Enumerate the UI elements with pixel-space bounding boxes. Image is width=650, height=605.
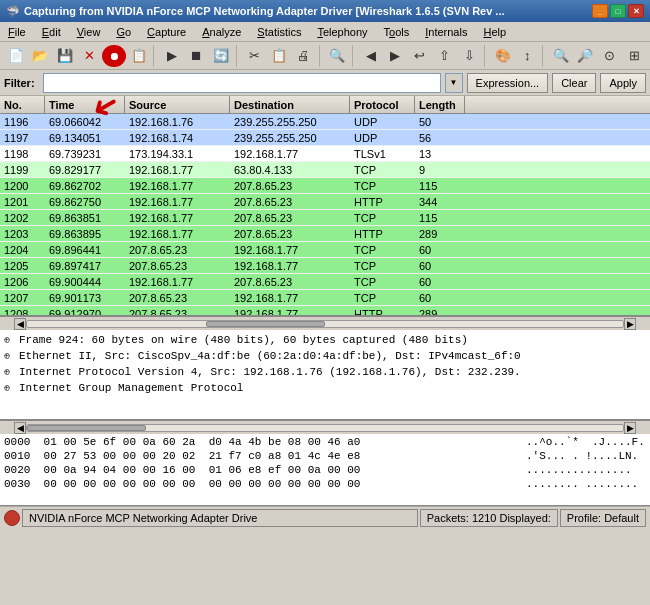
- tb-autoscroll-btn[interactable]: ↕: [515, 45, 539, 67]
- clear-button[interactable]: Clear: [552, 73, 596, 93]
- tb-new-btn[interactable]: 📄: [4, 45, 28, 67]
- tb-zoom-normal-btn[interactable]: ⊙: [598, 45, 622, 67]
- col-header-no[interactable]: No.: [0, 96, 45, 113]
- hex-row: 0000 01 00 5e 6f 00 0a 60 2a d0 4a 4b be…: [4, 436, 646, 450]
- scroll-right-btn[interactable]: ▶: [624, 318, 636, 330]
- table-row[interactable]: 119769.134051192.168.1.74239.255.255.250…: [0, 130, 650, 146]
- horizontal-scrollbar[interactable]: ◀ ▶: [0, 316, 650, 330]
- tb-open-btn[interactable]: 📂: [29, 45, 53, 67]
- detail-panel: ⊕Frame 924: 60 bytes on wire (480 bits),…: [0, 330, 650, 420]
- scroll-thumb-2[interactable]: [27, 425, 146, 431]
- detail-text: Internet Group Management Protocol: [19, 382, 243, 394]
- scroll-right-btn-2[interactable]: ▶: [624, 422, 636, 434]
- hex-offset: 0020: [4, 464, 44, 478]
- menu-bar: File Edit View Go Capture Analyze Statis…: [0, 22, 650, 42]
- title-icon: 🦈: [6, 5, 20, 18]
- table-row[interactable]: 119869.739231173.194.33.1192.168.1.77TLS…: [0, 146, 650, 162]
- table-row[interactable]: 119669.066042192.168.1.76239.255.255.250…: [0, 114, 650, 130]
- table-row[interactable]: 120069.862702192.168.1.77207.8.65.23TCP1…: [0, 178, 650, 194]
- filter-input[interactable]: [43, 73, 441, 93]
- menu-go[interactable]: Go: [108, 24, 139, 40]
- col-header-protocol[interactable]: Protocol: [350, 96, 415, 113]
- apply-button[interactable]: Apply: [600, 73, 646, 93]
- table-row[interactable]: 120469.896441207.8.65.23192.168.1.77TCP6…: [0, 242, 650, 258]
- detail-row[interactable]: ⊕Ethernet II, Src: CiscoSpv_4a:df:be (60…: [4, 348, 646, 364]
- tb-print-btn[interactable]: 🖨: [292, 45, 316, 67]
- tb-resize-cols-btn[interactable]: ⊞: [623, 45, 647, 67]
- filter-dropdown[interactable]: ▼: [445, 73, 463, 93]
- hex-ascii: ........ ........: [526, 478, 646, 492]
- tb-start-btn[interactable]: ▶: [160, 45, 184, 67]
- tb-stop-btn[interactable]: ⏹: [185, 45, 209, 67]
- detail-row[interactable]: ⊕Internet Protocol Version 4, Src: 192.1…: [4, 364, 646, 380]
- scroll-track-2[interactable]: [26, 424, 624, 432]
- capture-indicator: [4, 510, 20, 526]
- menu-tools[interactable]: Tools: [376, 24, 418, 40]
- tb-zoom-in-btn[interactable]: 🔍: [549, 45, 573, 67]
- hex-bytes: 00 00 00 00 00 00 00 00 00 00 00 00 00 0…: [44, 478, 526, 492]
- tb-reload-btn[interactable]: ⏺: [102, 45, 126, 67]
- expression-button[interactable]: Expression...: [467, 73, 549, 93]
- hex-bytes: 01 00 5e 6f 00 0a 60 2a d0 4a 4b be 08 0…: [44, 436, 526, 450]
- maximize-button[interactable]: □: [610, 4, 626, 18]
- table-row[interactable]: 119969.829177192.168.1.7763.80.4.133TCP9: [0, 162, 650, 178]
- hex-row: 0030 00 00 00 00 00 00 00 00 00 00 00 00…: [4, 478, 646, 492]
- menu-view[interactable]: View: [69, 24, 109, 40]
- status-packets-text: Packets: 1210 Displayed:: [427, 512, 551, 524]
- status-profile: Profile: Default: [560, 509, 646, 527]
- col-header-length[interactable]: Length: [415, 96, 465, 113]
- table-row[interactable]: 120269.863851192.168.1.77207.8.65.23TCP1…: [0, 210, 650, 226]
- status-packets: Packets: 1210 Displayed:: [420, 509, 558, 527]
- close-button[interactable]: ✕: [628, 4, 644, 18]
- menu-internals[interactable]: Internals: [417, 24, 475, 40]
- menu-telephony[interactable]: Telephony: [309, 24, 375, 40]
- menu-capture[interactable]: Capture: [139, 24, 194, 40]
- title-bar: 🦈 Capturing from NVIDIA nForce MCP Netwo…: [0, 0, 650, 22]
- tb-forward-btn[interactable]: ▶: [384, 45, 408, 67]
- table-row[interactable]: 120769.901173207.8.65.23192.168.1.77TCP6…: [0, 290, 650, 306]
- table-row[interactable]: 120169.862750192.168.1.77207.8.65.23HTTP…: [0, 194, 650, 210]
- table-row[interactable]: 120569.897417207.8.65.23192.168.1.77TCP6…: [0, 258, 650, 274]
- tb-goto-btn[interactable]: ↩: [408, 45, 432, 67]
- tb-close-btn[interactable]: ✕: [78, 45, 102, 67]
- minimize-button[interactable]: _: [592, 4, 608, 18]
- tb-save-btn[interactable]: 💾: [53, 45, 77, 67]
- hex-offset: 0010: [4, 450, 44, 464]
- detail-row[interactable]: ⊕Internet Group Management Protocol: [4, 380, 646, 396]
- scroll-left-btn-2[interactable]: ◀: [14, 422, 26, 434]
- col-header-time[interactable]: Time: [45, 96, 125, 113]
- packet-list-header: No. Time Source Destination Protocol Len…: [0, 96, 650, 114]
- menu-analyze[interactable]: Analyze: [194, 24, 249, 40]
- hex-ascii: ..^o..`* .J....F.: [526, 436, 646, 450]
- tb-restart-btn[interactable]: 🔄: [209, 45, 233, 67]
- status-interface-text: NVIDIA nForce MCP Networking Adapter Dri…: [29, 512, 257, 524]
- table-row[interactable]: 120369.863895192.168.1.77207.8.65.23HTTP…: [0, 226, 650, 242]
- col-header-source[interactable]: Source: [125, 96, 230, 113]
- detail-text: Frame 924: 60 bytes on wire (480 bits), …: [19, 334, 468, 346]
- tb-options-btn[interactable]: 📋: [127, 45, 151, 67]
- scroll-track[interactable]: [26, 320, 624, 328]
- filter-label: Filter:: [4, 77, 39, 89]
- menu-help[interactable]: Help: [475, 24, 514, 40]
- table-row[interactable]: 120869.912970207.8.65.23192.168.1.77HTTP…: [0, 306, 650, 316]
- menu-edit[interactable]: Edit: [34, 24, 69, 40]
- table-row[interactable]: 120669.900444192.168.1.77207.8.65.23TCP6…: [0, 274, 650, 290]
- hex-ascii: ................: [526, 464, 646, 478]
- tb-cut-btn[interactable]: ✂: [243, 45, 267, 67]
- tb-first-btn[interactable]: ⇧: [433, 45, 457, 67]
- menu-statistics[interactable]: Statistics: [249, 24, 309, 40]
- menu-file[interactable]: File: [0, 24, 34, 40]
- hex-row: 0020 00 0a 94 04 00 00 16 00 01 06 e8 ef…: [4, 464, 646, 478]
- tb-search-btn[interactable]: 🔍: [326, 45, 350, 67]
- tb-back-btn[interactable]: ◀: [359, 45, 383, 67]
- status-bar: NVIDIA nForce MCP Networking Adapter Dri…: [0, 506, 650, 528]
- tb-copy-btn[interactable]: 📋: [268, 45, 292, 67]
- tb-zoom-out-btn[interactable]: 🔎: [573, 45, 597, 67]
- tb-last-btn[interactable]: ⇩: [457, 45, 481, 67]
- horizontal-scrollbar-2[interactable]: ◀ ▶: [0, 420, 650, 434]
- col-header-destination[interactable]: Destination: [230, 96, 350, 113]
- tb-colorize-btn[interactable]: 🎨: [491, 45, 515, 67]
- detail-row[interactable]: ⊕Frame 924: 60 bytes on wire (480 bits),…: [4, 332, 646, 348]
- scroll-left-btn[interactable]: ◀: [14, 318, 26, 330]
- scroll-thumb[interactable]: [206, 321, 325, 327]
